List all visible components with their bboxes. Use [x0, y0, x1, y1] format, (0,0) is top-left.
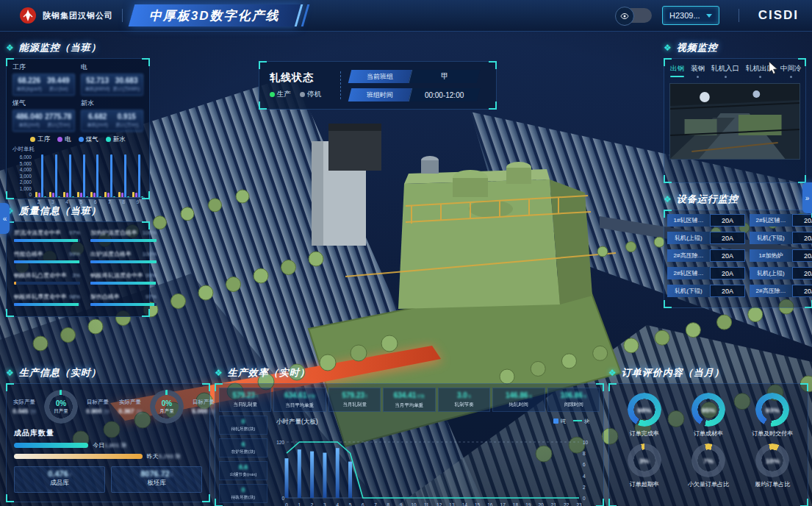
heat-number-dropdown[interactable]: H2309... [662, 6, 719, 25]
energy-ytick: 6,000 [20, 154, 32, 160]
efficiency-bar [298, 449, 301, 498]
video-tab-1[interactable]: 装钢 [691, 64, 705, 78]
energy-bar [104, 192, 107, 197]
energy-bar [66, 193, 68, 197]
efficiency-side-card: 8.6出钢节奏(min) [219, 461, 267, 480]
energy-metric: 30.683累计(万kWh) [112, 76, 141, 93]
equipment-cell-value: 20A [792, 214, 812, 227]
efficiency-stat-card: 634.61 t/块当日平均单重 [273, 388, 326, 412]
production-card[interactable]: 8076.72 t板坯库 [111, 466, 202, 493]
svg-text:18: 18 [513, 502, 519, 506]
energy-metric-value: 0.915 [112, 113, 142, 121]
production-panel-body: 实际产量0.045 万t0%日产量目标产量0.900 万t实际产量0.367 万… [6, 383, 210, 502]
production-donut-name: 月产量 [159, 408, 174, 415]
quality-item-value: 99% [69, 251, 80, 257]
efficiency-bar [323, 453, 326, 498]
efficiency-trend-line [287, 442, 579, 498]
production-actual-label: 实际产量 [114, 399, 146, 406]
collapse-right-handle[interactable]: » [802, 182, 812, 213]
production-card[interactable]: 0.476 t成品库 [14, 466, 105, 493]
energy-metric-label: 单耗(m³/t) [85, 121, 111, 128]
order-donut: 3% [628, 443, 661, 477]
video-tab-label: 轧机入口 [711, 64, 739, 74]
production-donut-center: 0%日产量 [44, 390, 78, 424]
production-actual-value: 0.045 万t [8, 407, 40, 416]
order-donut-value: 10% [755, 443, 789, 477]
production-target-label: 目标产量 [82, 399, 114, 406]
svg-text:10: 10 [411, 502, 417, 506]
energy-card-name: 煤气 [12, 99, 75, 108]
production-target-unit: 万t [102, 409, 109, 414]
quality-item-bar-fill [90, 282, 156, 285]
svg-text:8: 8 [583, 451, 586, 456]
efficiency-stat-value: 634.41 t/块 [384, 391, 434, 400]
efficiency-stat-unit: t [255, 393, 258, 399]
order-gauge: 10%履约订单占比 [755, 443, 790, 488]
page-title-plate: 中厚板3D数字化产线 [129, 4, 303, 26]
equipment-cell-value: 20A [710, 267, 745, 279]
collapse-left-handle[interactable]: « [0, 203, 10, 234]
svg-text:9: 9 [400, 502, 403, 506]
quality-item-bar [90, 260, 157, 263]
quality-item: 性能合格率99% [14, 250, 80, 263]
equipment-cell: 2#轧区辅…20A [750, 214, 812, 227]
orders-panel-title-text: 订单评价内容（当月） [622, 366, 725, 380]
efficiency-stat-unit: t/块 [306, 393, 315, 399]
efficiency-stat-card: 579.23 t当日轧制量 [219, 388, 271, 412]
energy-bar [86, 196, 88, 197]
line-status-row: 当前班组甲 [348, 70, 480, 83]
equipment-cell: 2#高压除…20A [750, 285, 812, 297]
quality-item-top: 加热炉温度合格率100% [90, 229, 157, 237]
visibility-toggle[interactable] [617, 8, 652, 23]
quality-item: 钢板终轧凸度命中率3% [14, 271, 80, 285]
efficiency-panel-body: 579.23 t当日轧制量634.61 t/块当日平均单重579.23 t当月轧… [215, 383, 604, 506]
video-tab-4[interactable]: 中间冷 [780, 64, 802, 78]
energy-bar [135, 193, 137, 197]
line-status-row-value: 00:00-12:00 [409, 88, 480, 101]
energy-bar-group [77, 154, 88, 197]
energy-metric-value: 68.226 [15, 76, 44, 85]
energy-bar-group [35, 154, 46, 197]
equipment-cell-value: 20A [710, 214, 745, 227]
production-donut: 0%月产量 [150, 390, 184, 424]
svg-text:13: 13 [449, 502, 455, 506]
order-gauge-label: 履约订单占比 [755, 480, 790, 488]
production-card-unit: t [68, 472, 71, 477]
efficiency-legend-item: 块 [573, 418, 589, 425]
energy-metric-value: 52.713 [83, 76, 112, 85]
efficiency-panel-title: ❖ 生产效率（实时） [215, 366, 604, 380]
video-tab-2[interactable]: 轧机入口 [711, 64, 739, 78]
energy-xtick: 7 [108, 199, 111, 204]
equipment-cell-label: 轧机(上辊) [667, 232, 710, 244]
warehouse-bar-row: 今日1,801 块 [7, 438, 209, 449]
efficiency-stat-card: 106.86 s间隙时间 [547, 388, 600, 412]
energy-card: 煤气486.040单耗(m³/t)2775.78累计(万m³) [12, 99, 75, 132]
video-tab-marker [670, 76, 684, 77]
energy-card-values: 52.713单耗(kWh/t)30.683累计(万kWh) [81, 74, 143, 96]
video-tab-0[interactable]: 出钢 [670, 64, 684, 78]
efficiency-side-value: 0 [220, 418, 267, 425]
energy-bar [49, 192, 51, 197]
efficiency-stat-label: 当月轧制量 [331, 401, 379, 408]
energy-metric-value: 486.040 [15, 113, 44, 121]
production-donut-percent: 0% [56, 399, 66, 407]
efficiency-stat-value: 146.86 s [493, 391, 544, 399]
video-feed[interactable] [669, 83, 800, 160]
quality-item: 钢板终轧厚度命中率98% [14, 293, 80, 306]
video-tab-3[interactable]: 轧机出口 [746, 64, 774, 78]
production-gauge-group: 实际产量0.367 万t0%月产量目标产量5.000 万t [114, 390, 220, 424]
quality-item-top: 出炉温度合格率100% [90, 250, 157, 258]
video-panel-title-text: 视频监控 [677, 41, 718, 54]
equipment-row: 2#轧区辅…20A轧机(上辊)20A [667, 267, 812, 279]
equipment-cell-label: 2#高压除… [750, 285, 792, 297]
quality-item-bar-fill [90, 303, 154, 306]
quality-item-bar-fill [90, 260, 157, 263]
energy-xtick: 4 [65, 199, 68, 204]
video-tab-label: 装钢 [691, 64, 705, 74]
energy-bar-group [63, 154, 74, 197]
header-divider [739, 9, 739, 22]
svg-text:21: 21 [551, 502, 557, 506]
energy-bar [58, 196, 60, 197]
efficiency-stat-unit: t [364, 393, 367, 399]
production-panel-title-text: 生产信息（实时） [19, 366, 101, 380]
